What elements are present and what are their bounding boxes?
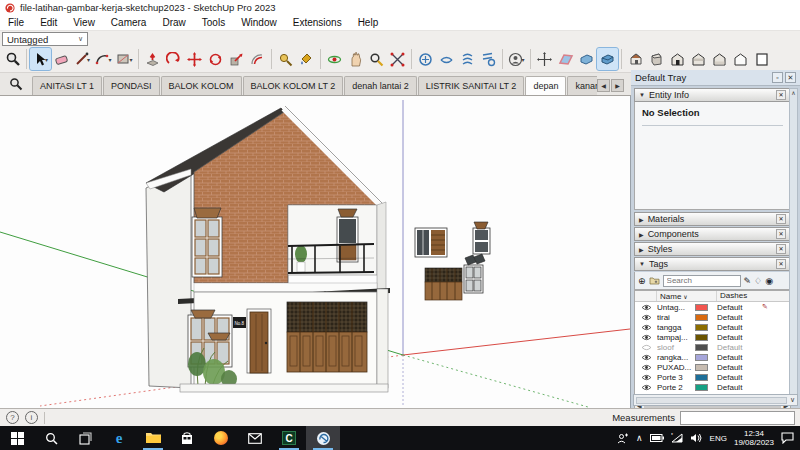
caret-down-icon[interactable]: ∨ xyxy=(790,396,795,404)
tag-dashes[interactable]: Default xyxy=(717,333,762,342)
tag-name[interactable]: Porte 3 xyxy=(657,373,695,382)
wifi-icon[interactable]: * xyxy=(671,433,683,443)
action-center-icon[interactable] xyxy=(781,432,794,444)
visibility-eye-icon[interactable] xyxy=(635,314,657,321)
scene-tab[interactable]: kanan xyxy=(567,76,597,95)
tray-bottom-scrollbar[interactable]: ∨ xyxy=(633,394,798,406)
panel-components[interactable]: ▶ Components ✕ xyxy=(634,227,791,241)
scene-tab[interactable]: BALOK KOLOM xyxy=(161,76,242,95)
menu-view[interactable]: View xyxy=(65,17,103,28)
tag-name[interactable]: sloof xyxy=(657,343,695,352)
filter-icon[interactable]: ◉ xyxy=(765,276,773,286)
blank-view-icon[interactable] xyxy=(751,48,772,70)
active-tag-dropdown[interactable]: Untagged ∨ xyxy=(2,32,88,46)
tag-color-swatch[interactable] xyxy=(695,374,708,381)
tag-color-swatch[interactable] xyxy=(695,344,708,351)
sketchup-taskbar-icon[interactable] xyxy=(306,426,340,450)
back-view-icon[interactable] xyxy=(709,48,730,70)
tag-row[interactable]: tampaj... Default xyxy=(635,332,790,342)
model-viewport[interactable]: No.8 xyxy=(0,96,631,408)
section-tools-icon[interactable] xyxy=(478,48,499,70)
tag-dashes[interactable]: Default xyxy=(717,383,762,392)
menu-help[interactable]: Help xyxy=(350,17,387,28)
tag-name[interactable]: PUXAD... xyxy=(657,363,695,372)
tag-dashes[interactable]: Default xyxy=(717,303,762,312)
tag-row[interactable]: Untag... Default ✎ xyxy=(635,302,790,312)
visibility-eye-icon-hidden[interactable] xyxy=(635,344,657,351)
name-column-header[interactable]: Name ∨ xyxy=(657,291,717,301)
tab-scroll-left-icon[interactable]: ◀ xyxy=(597,79,610,92)
tag-row[interactable]: sloof Default xyxy=(635,342,790,352)
iso-view-icon[interactable] xyxy=(625,48,646,70)
menu-tools[interactable]: Tools xyxy=(194,17,233,28)
zoom-icon[interactable] xyxy=(0,73,32,95)
shapes-tool-icon[interactable]: ▾ xyxy=(114,48,135,70)
tag-dashes[interactable]: Default xyxy=(717,373,762,382)
tag-name[interactable]: tampaj... xyxy=(657,333,695,342)
menu-file[interactable]: File xyxy=(0,17,32,28)
battery-icon[interactable] xyxy=(650,434,664,442)
panel-close-icon[interactable]: ✕ xyxy=(776,229,786,239)
scene-tab[interactable]: depan xyxy=(525,76,566,95)
tape-measure-tool-icon[interactable] xyxy=(275,48,296,70)
panel-entity-info[interactable]: ▼ Entity Info ✕ xyxy=(634,88,791,102)
language-indicator[interactable]: ENG xyxy=(710,434,727,443)
menu-edit[interactable]: Edit xyxy=(32,17,65,28)
tag-dashes[interactable]: Default xyxy=(717,343,762,352)
scene-tab[interactable]: ANITASI LT 1 xyxy=(32,76,102,95)
zoom-window-tool-icon[interactable] xyxy=(2,48,23,70)
tag-color-swatch[interactable] xyxy=(695,324,708,331)
scale-tool-icon[interactable] xyxy=(226,48,247,70)
edge-browser-icon[interactable]: e xyxy=(102,426,136,450)
people-icon[interactable] xyxy=(617,433,629,444)
visibility-eye-icon[interactable] xyxy=(635,364,657,371)
walk-tool-icon[interactable] xyxy=(457,48,478,70)
tab-scroll-right-icon[interactable]: ▶ xyxy=(611,79,624,92)
visibility-eye-icon[interactable] xyxy=(635,304,657,311)
front-view-icon[interactable] xyxy=(667,48,688,70)
select-tool-icon[interactable]: ▾ xyxy=(30,48,51,70)
menu-window[interactable]: Window xyxy=(233,17,285,28)
measurements-input[interactable] xyxy=(680,411,795,425)
visibility-eye-icon[interactable] xyxy=(635,334,657,341)
panel-close-icon[interactable]: ✕ xyxy=(776,259,786,269)
show-hidden-icons[interactable]: ∧ xyxy=(636,433,643,443)
scene-tab[interactable]: denah lantai 2 xyxy=(344,76,417,95)
left-view-icon[interactable] xyxy=(730,48,751,70)
tag-color-swatch[interactable] xyxy=(695,384,708,391)
select-caret-icon[interactable]: ▾ xyxy=(45,56,48,63)
taskbar-clock[interactable]: 12:34 19/08/2023 xyxy=(734,429,774,447)
tag-row[interactable]: tirai Default xyxy=(635,312,790,322)
shapes-caret-icon[interactable]: ▾ xyxy=(129,56,132,63)
axes-tool-icon[interactable] xyxy=(534,48,555,70)
scene-tab[interactable]: PONDASI xyxy=(103,76,160,95)
tag-name[interactable]: rangka... xyxy=(657,353,695,362)
tag-color-swatch[interactable] xyxy=(695,354,708,361)
panel-close-icon[interactable]: ✕ xyxy=(776,90,786,100)
push-pull-tool-icon[interactable] xyxy=(142,48,163,70)
scroll-up-icon[interactable]: ∧ xyxy=(791,89,795,96)
task-view-icon[interactable] xyxy=(68,426,102,450)
panel-close-icon[interactable]: ✕ xyxy=(776,244,786,254)
tag-color-swatch[interactable] xyxy=(695,314,708,321)
panel-styles[interactable]: ▶ Styles ✕ xyxy=(634,242,791,256)
arc-caret-icon[interactable]: ▾ xyxy=(108,56,111,63)
zoom-extents-tool-icon[interactable] xyxy=(387,48,408,70)
display-section-cuts-icon[interactable] xyxy=(597,48,618,70)
panel-materials[interactable]: ▶ Materials ✕ xyxy=(634,212,791,226)
tag-name[interactable]: tangga xyxy=(657,323,695,332)
right-view-icon[interactable] xyxy=(688,48,709,70)
scene-tab[interactable]: LISTRIK SANITAI LT 2 xyxy=(418,76,525,95)
user-avatar-icon[interactable]: ▾ xyxy=(506,48,527,70)
tag-dashes[interactable]: Default xyxy=(717,353,762,362)
move-tool-icon[interactable] xyxy=(184,48,205,70)
taskbar-search-icon[interactable] xyxy=(34,426,68,450)
microsoft-store-icon[interactable] xyxy=(170,426,204,450)
tag-row[interactable]: tangga Default xyxy=(635,322,790,332)
tag-name[interactable]: Porte 2 xyxy=(657,383,695,392)
offset-tool-icon[interactable] xyxy=(247,48,268,70)
tray-close-icon[interactable]: ✕ xyxy=(785,72,796,83)
visibility-eye-icon[interactable] xyxy=(635,324,657,331)
tag-dashes[interactable]: Default xyxy=(717,313,762,322)
tag-name[interactable]: tirai xyxy=(657,313,695,322)
